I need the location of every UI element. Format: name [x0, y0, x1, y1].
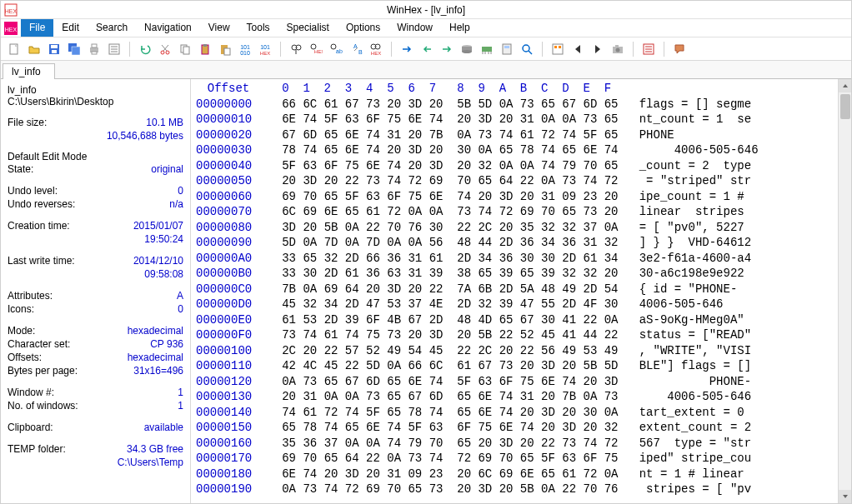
svg-point-45: [462, 50, 472, 53]
scroll-down-icon[interactable]: [839, 490, 852, 503]
svg-point-59: [616, 47, 620, 52]
mode-label: Mode:: [8, 324, 35, 337]
undolevel-value: 0: [178, 184, 183, 197]
menu-window[interactable]: Window: [388, 19, 441, 37]
camera-icon[interactable]: [609, 41, 626, 57]
help-icon[interactable]: [671, 41, 688, 57]
icons-value: 0: [178, 302, 183, 316]
charset-value: CP 936: [150, 337, 183, 351]
analyze-icon[interactable]: [519, 41, 535, 57]
scroll-up-icon[interactable]: [839, 79, 852, 92]
svg-point-53: [523, 45, 529, 52]
print-icon[interactable]: [86, 41, 103, 57]
svg-rect-24: [203, 44, 207, 47]
toolbar: 101010 101HEX HEX ab AB HEX: [1, 37, 851, 61]
offsets-label: Offsets:: [8, 351, 42, 364]
app-system-icon: HEX: [4, 3, 18, 17]
svg-rect-26: [224, 48, 230, 55]
temp-value: 34.3 GB free: [127, 442, 183, 456]
svg-rect-56: [554, 46, 557, 48]
data-interpreter-icon[interactable]: [640, 41, 657, 57]
menu-file[interactable]: File: [21, 19, 53, 37]
paste-icon[interactable]: [217, 41, 233, 57]
nav-forward-icon[interactable]: [589, 41, 606, 57]
undolevel-label: Undo level:: [8, 184, 58, 197]
find-hex-icon[interactable]: HEX: [308, 41, 324, 57]
svg-text:HEX: HEX: [371, 51, 381, 56]
svg-rect-51: [503, 44, 511, 54]
state-value: original: [151, 162, 183, 176]
open-file-icon[interactable]: [26, 41, 43, 57]
attr-value: A: [177, 289, 183, 302]
save-all-icon[interactable]: [66, 41, 83, 57]
menu-view[interactable]: View: [200, 19, 238, 37]
bpp-value: 31x16=496: [133, 364, 183, 377]
svg-line-54: [529, 51, 532, 54]
ctime-label: Creation time:: [8, 219, 70, 232]
nwin-label: No. of windows:: [8, 399, 78, 412]
svg-rect-52: [504, 46, 509, 48]
new-file-icon[interactable]: [6, 41, 23, 57]
calculator-icon[interactable]: [499, 41, 515, 57]
clip-label: Clipboard:: [8, 421, 53, 434]
menu-tools[interactable]: Tools: [238, 19, 278, 37]
save-icon[interactable]: [46, 41, 63, 57]
nwin-value: 1: [178, 399, 183, 412]
document-tab[interactable]: lv_info: [3, 63, 55, 79]
view-101-icon[interactable]: 101010: [237, 41, 253, 57]
goto-back-icon[interactable]: [418, 41, 435, 57]
svg-rect-6: [51, 45, 58, 48]
app-window: HEX WinHex - [lv_info] HEX File Edit Sea…: [0, 0, 852, 504]
replace-icon[interactable]: AB: [348, 41, 364, 57]
hex-view[interactable]: Offset 0 1 2 3 4 5 6 7 8 9 A B C D E F00…: [191, 79, 838, 503]
view-hex-icon[interactable]: 101HEX: [257, 41, 273, 57]
svg-rect-60: [615, 45, 619, 47]
toolbar-separator: [280, 42, 281, 57]
menu-options[interactable]: Options: [338, 19, 388, 37]
menu-navigation[interactable]: Navigation: [136, 19, 200, 37]
mtime-label: Last write time:: [8, 254, 75, 267]
menu-help[interactable]: Help: [441, 19, 479, 37]
svg-rect-12: [92, 52, 97, 54]
position-manager-icon[interactable]: [549, 41, 566, 57]
filesize-label: File size:: [8, 116, 47, 129]
svg-point-18: [166, 51, 169, 54]
find-icon[interactable]: [288, 41, 304, 57]
icons-label: Icons:: [8, 302, 34, 316]
toolbar-separator: [633, 42, 634, 57]
find-text-icon[interactable]: ab: [328, 41, 344, 57]
ctime-time: 19:50:24: [8, 232, 183, 246]
vertical-scrollbar[interactable]: [838, 79, 851, 503]
replace-hex-icon[interactable]: HEX: [368, 41, 384, 57]
svg-rect-55: [553, 44, 563, 54]
bpp-label: Bytes per page:: [8, 364, 78, 377]
properties-icon[interactable]: [106, 41, 123, 57]
menu-specialist[interactable]: Specialist: [278, 19, 338, 37]
main-area: lv_info C:\Users\Bkirin\Desktop File siz…: [1, 79, 851, 503]
undo-icon[interactable]: [137, 41, 153, 57]
menu-search[interactable]: Search: [88, 19, 136, 37]
titlebar: HEX WinHex - [lv_info]: [1, 1, 851, 19]
svg-rect-7: [52, 50, 57, 53]
ram-icon[interactable]: [479, 41, 495, 57]
scroll-thumb[interactable]: [840, 94, 850, 119]
svg-text:ab: ab: [336, 48, 343, 54]
menu-edit[interactable]: Edit: [53, 19, 88, 37]
clipboard-icon[interactable]: [197, 41, 213, 57]
svg-text:HEX: HEX: [260, 51, 270, 56]
goto-forward-icon[interactable]: [439, 41, 455, 57]
temp-label: TEMP folder:: [8, 442, 66, 456]
info-panel: lv_info C:\Users\Bkirin\Desktop File siz…: [1, 79, 191, 503]
cut-icon[interactable]: [157, 41, 173, 57]
svg-text:101: 101: [260, 44, 270, 50]
undorev-value: n/a: [169, 197, 183, 211]
copy-icon[interactable]: [177, 41, 193, 57]
clip-value: available: [144, 421, 183, 434]
info-filename: lv_info: [8, 84, 183, 96]
info-path: C:\Users\Bkirin\Desktop: [8, 96, 183, 107]
goto-offset-icon[interactable]: [398, 41, 415, 57]
nav-back-icon[interactable]: [569, 41, 586, 57]
svg-point-36: [331, 44, 336, 49]
disk-icon[interactable]: [459, 41, 475, 57]
temp-path: C:\Users\Temp: [8, 456, 183, 469]
